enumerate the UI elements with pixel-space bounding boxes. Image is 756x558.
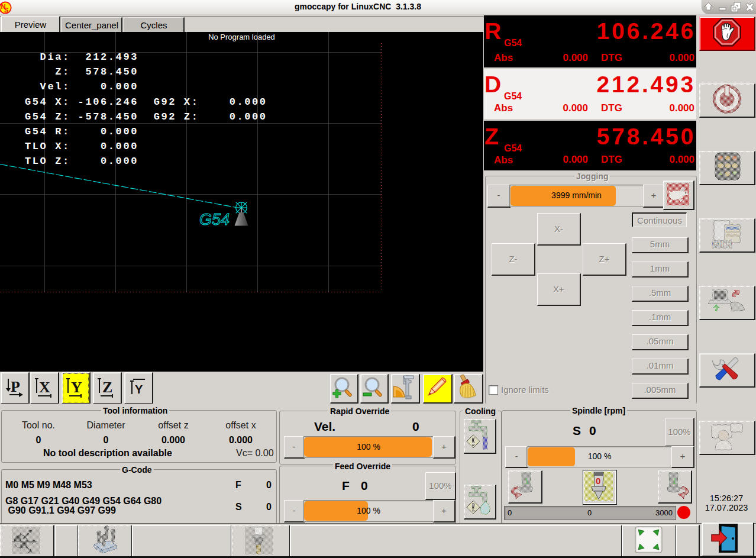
svg-text:Y: Y bbox=[135, 383, 143, 396]
svg-text:P: P bbox=[11, 378, 20, 395]
svg-text:0: 0 bbox=[596, 476, 600, 486]
svg-text:1: 1 bbox=[672, 476, 677, 486]
svg-text:X: X bbox=[39, 379, 50, 396]
svg-text:Z: Z bbox=[102, 379, 112, 396]
svg-text:1: 1 bbox=[524, 476, 529, 486]
svg-text:MDI: MDI bbox=[712, 238, 732, 249]
svg-text:G54: G54 bbox=[199, 211, 230, 228]
svg-text:S: S bbox=[4, 7, 8, 14]
